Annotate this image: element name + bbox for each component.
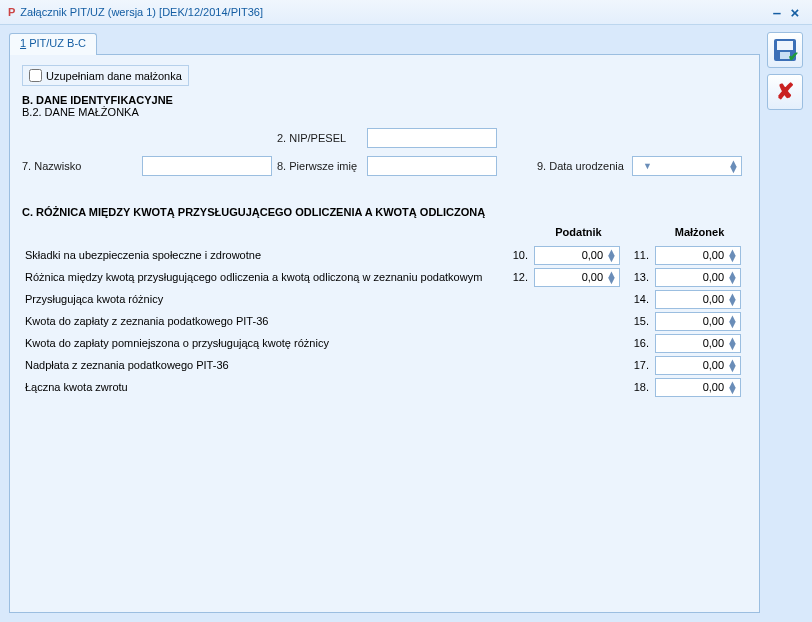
row-mal-no: 18. bbox=[626, 376, 652, 398]
spin-down-icon[interactable]: ▼ bbox=[727, 365, 738, 371]
spouse-check-label: Uzupełniam dane małżonka bbox=[46, 70, 182, 82]
spin-down-icon[interactable]: ▼ bbox=[727, 387, 738, 393]
app-icon: P bbox=[8, 6, 15, 18]
deduction-table: Podatnik Małżonek Składki na ubezpieczen… bbox=[22, 226, 747, 398]
imie-field[interactable] bbox=[367, 156, 497, 176]
spin-down-icon[interactable]: ▼ bbox=[727, 255, 738, 261]
label-nip: 2. NIP/PESEL bbox=[277, 132, 367, 144]
spouse-data-checkbox[interactable]: Uzupełniam dane małżonka bbox=[22, 65, 189, 86]
row-pod-no: 12. bbox=[505, 266, 531, 288]
value: 0,00 bbox=[660, 271, 727, 283]
col-podatnik: Podatnik bbox=[531, 226, 626, 244]
cancel-button[interactable]: ✘ bbox=[767, 74, 803, 110]
spin-down-icon[interactable]: ▼ bbox=[606, 255, 617, 261]
nazwisko-field[interactable] bbox=[142, 156, 272, 176]
label-nazwisko: 7. Nazwisko bbox=[22, 160, 142, 172]
section-c-title: C. RÓŻNICA MIĘDZY KWOTĄ PRZYSŁUGUJĄCEGO … bbox=[22, 206, 747, 218]
spin-down-icon[interactable]: ▼ bbox=[727, 321, 738, 327]
malzonek-input[interactable]: 0,00▲▼ bbox=[655, 356, 741, 375]
row-desc: Kwota do zapłaty pomniejszona o przysług… bbox=[22, 332, 505, 354]
chevron-down-icon: ▼ bbox=[643, 161, 652, 171]
spouse-check-input[interactable] bbox=[29, 69, 42, 82]
row-desc: Nadpłata z zeznania podatkowego PIT-36 bbox=[22, 354, 505, 376]
row-mal-no: 17. bbox=[626, 354, 652, 376]
value: 0,00 bbox=[660, 337, 727, 349]
close-button[interactable]: × bbox=[786, 4, 804, 21]
table-row: Różnica między kwotą przysługującego odl… bbox=[22, 266, 747, 288]
titlebar: P Załącznik PIT/UZ (wersja 1) [DEK/12/20… bbox=[0, 0, 812, 25]
spin-down-icon[interactable]: ▼ bbox=[727, 299, 738, 305]
row-pod-no bbox=[505, 332, 531, 354]
minimize-button[interactable]: – bbox=[768, 4, 786, 21]
malzonek-input[interactable]: 0,00▲▼ bbox=[655, 378, 741, 397]
label-data-ur: 9. Data urodzenia bbox=[537, 160, 632, 172]
nip-pesel-field[interactable] bbox=[367, 128, 497, 148]
malzonek-input[interactable]: 0,00▲▼ bbox=[655, 246, 741, 265]
spin-down-icon[interactable]: ▼ bbox=[727, 277, 738, 283]
data-urodzenia-field[interactable]: ▼ ▲▼ bbox=[632, 156, 742, 176]
malzonek-input[interactable]: 0,00▲▼ bbox=[655, 312, 741, 331]
tab-pit-uz-bc[interactable]: 1 PIT/UZ B-C bbox=[9, 33, 97, 55]
malzonek-input[interactable]: 0,00▲▼ bbox=[655, 268, 741, 287]
table-row: Kwota do zapłaty pomniejszona o przysług… bbox=[22, 332, 747, 354]
value: 0,00 bbox=[660, 381, 727, 393]
col-malzonek: Małżonek bbox=[652, 226, 747, 244]
section-b-sub: B.2. DANE MAŁŻONKA bbox=[22, 106, 747, 118]
row-pod-no bbox=[505, 310, 531, 332]
row-mal-no: 15. bbox=[626, 310, 652, 332]
row-desc: Przysługująca kwota różnicy bbox=[22, 288, 505, 310]
podatnik-input[interactable]: 0,00▲▼ bbox=[534, 246, 620, 265]
form-panel: Uzupełniam dane małżonka B. DANE IDENTYF… bbox=[9, 54, 760, 613]
row-pod-no bbox=[505, 376, 531, 398]
value: 0,00 bbox=[539, 249, 606, 261]
table-row: Kwota do zapłaty z zeznania podatkowego … bbox=[22, 310, 747, 332]
value: 0,00 bbox=[660, 249, 727, 261]
row-desc: Różnica między kwotą przysługującego odl… bbox=[22, 266, 505, 288]
table-row: Składki na ubezpieczenia społeczne i zdr… bbox=[22, 244, 747, 266]
row-pod-no: 10. bbox=[505, 244, 531, 266]
value: 0,00 bbox=[660, 315, 727, 327]
row-pod-no bbox=[505, 288, 531, 310]
row-desc: Składki na ubezpieczenia społeczne i zdr… bbox=[22, 244, 505, 266]
floppy-save-icon: ✔ bbox=[774, 39, 796, 61]
row-mal-no: 14. bbox=[626, 288, 652, 310]
row-pod-no bbox=[505, 354, 531, 376]
row-mal-no: 16. bbox=[626, 332, 652, 354]
table-row: Nadpłata z zeznania podatkowego PIT-3617… bbox=[22, 354, 747, 376]
row-mal-no: 11. bbox=[626, 244, 652, 266]
malzonek-input[interactable]: 0,00▲▼ bbox=[655, 334, 741, 353]
section-b-title: B. DANE IDENTYFIKACYJNE bbox=[22, 94, 747, 106]
value: 0,00 bbox=[660, 359, 727, 371]
row-desc: Łączna kwota zwrotu bbox=[22, 376, 505, 398]
spin-down-icon[interactable]: ▼ bbox=[606, 277, 617, 283]
row-mal-no: 13. bbox=[626, 266, 652, 288]
tab-label: PIT/UZ B-C bbox=[26, 37, 86, 49]
save-button[interactable]: ✔ bbox=[767, 32, 803, 68]
value: 0,00 bbox=[660, 293, 727, 305]
podatnik-input[interactable]: 0,00▲▼ bbox=[534, 268, 620, 287]
malzonek-input[interactable]: 0,00▲▼ bbox=[655, 290, 741, 309]
x-icon: ✘ bbox=[776, 79, 794, 105]
value: 0,00 bbox=[539, 271, 606, 283]
table-row: Przysługująca kwota różnicy14.0,00▲▼ bbox=[22, 288, 747, 310]
spin-down-icon[interactable]: ▼ bbox=[727, 343, 738, 349]
table-row: Łączna kwota zwrotu18.0,00▲▼ bbox=[22, 376, 747, 398]
row-desc: Kwota do zapłaty z zeznania podatkowego … bbox=[22, 310, 505, 332]
label-imie: 8. Pierwsze imię bbox=[277, 160, 367, 172]
window-title: Załącznik PIT/UZ (wersja 1) [DEK/12/2014… bbox=[20, 6, 768, 18]
spin-down-icon[interactable]: ▼ bbox=[728, 166, 739, 172]
